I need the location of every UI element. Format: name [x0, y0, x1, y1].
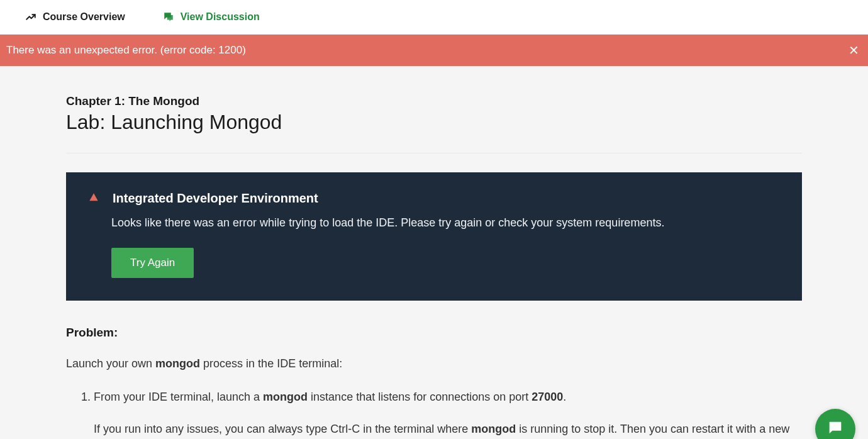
- main-content: Chapter 1: The Mongod Lab: Launching Mon…: [66, 66, 802, 439]
- intro-text-1: Launch your own: [66, 357, 155, 370]
- top-nav: Course Overview View Discussion: [0, 0, 868, 35]
- problem-steps: From your IDE terminal, launch a mongod …: [66, 388, 802, 439]
- step-1: From your IDE terminal, launch a mongod …: [94, 388, 802, 439]
- nav-discussion-label: View Discussion: [181, 11, 260, 23]
- chat-bubble-icon: [826, 419, 844, 439]
- error-banner: There was an unexpected error. (error co…: [0, 35, 868, 66]
- ide-header: Integrated Developer Environment: [89, 191, 779, 206]
- step1-text-3: .: [563, 391, 566, 403]
- step1-note: If you run into any issues, you can alwa…: [94, 420, 802, 439]
- chapter-label: Chapter 1: The Mongod: [66, 94, 802, 108]
- ide-error-panel: Integrated Developer Environment Looks l…: [66, 172, 802, 301]
- nav-view-discussion[interactable]: View Discussion: [163, 11, 260, 23]
- chat-icon: [163, 11, 174, 23]
- step1-text-1: From your IDE terminal, launch a: [94, 391, 263, 403]
- trending-up-icon: [25, 11, 36, 23]
- page-title: Lab: Launching Mongod: [66, 111, 802, 134]
- note-text-1: If you run into any issues, you can alwa…: [94, 423, 471, 435]
- chat-fab[interactable]: [815, 409, 855, 439]
- step1-bold-2: 27000: [531, 391, 563, 403]
- ide-body: Looks like there was an error while tryi…: [89, 214, 779, 278]
- note-bold-1: mongod: [471, 423, 516, 435]
- close-icon[interactable]: ✕: [846, 43, 862, 58]
- step1-text-2: instance that listens for connections on…: [308, 391, 531, 403]
- divider: [66, 153, 802, 153]
- problem-intro: Launch your own mongod process in the ID…: [66, 355, 802, 373]
- ide-error-message: Looks like there was an error while tryi…: [111, 214, 779, 231]
- problem-heading: Problem:: [66, 326, 802, 340]
- error-banner-text: There was an unexpected error. (error co…: [6, 44, 846, 57]
- warning-icon: [89, 192, 99, 205]
- nav-overview-label: Course Overview: [43, 11, 125, 23]
- intro-bold-1: mongod: [155, 357, 200, 370]
- intro-text-2: process in the IDE terminal:: [200, 357, 342, 370]
- nav-course-overview[interactable]: Course Overview: [25, 11, 125, 23]
- step1-bold-1: mongod: [263, 391, 308, 403]
- ide-panel-title: Integrated Developer Environment: [113, 191, 318, 206]
- try-again-button[interactable]: Try Again: [111, 248, 194, 278]
